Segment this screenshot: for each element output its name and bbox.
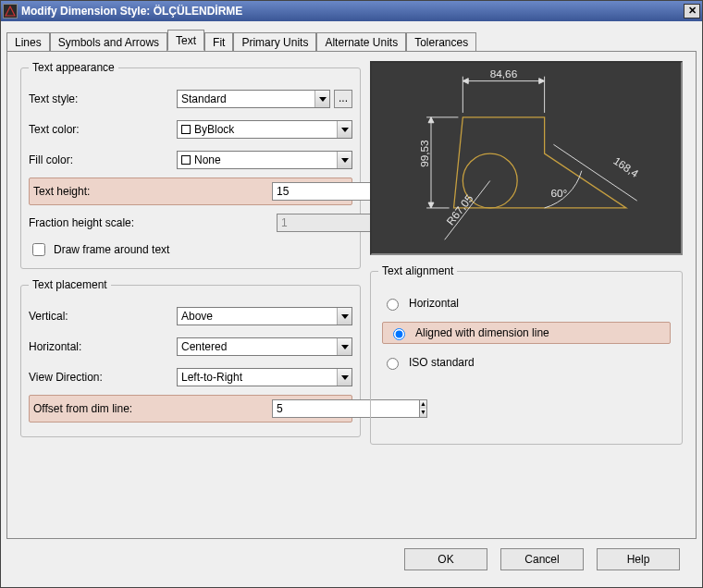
preview-pane: 84,66 99,53 168,4 60° R67,05 xyxy=(370,61,683,255)
cancel-button[interactable]: Cancel xyxy=(500,548,584,570)
tab-tolerances[interactable]: Tolerances xyxy=(406,32,476,52)
text-style-select[interactable]: Standard xyxy=(177,90,330,108)
legend-appearance: Text appearance xyxy=(29,61,118,74)
alignment-iso-option[interactable]: ISO standard xyxy=(382,355,671,370)
view-direction-select[interactable]: Left-to-Right xyxy=(177,368,352,386)
ok-button[interactable]: OK xyxy=(404,548,487,570)
color-swatch-icon xyxy=(181,155,191,165)
preview-dim-radius: R67,05 xyxy=(444,192,475,227)
vertical-select[interactable]: Above xyxy=(177,307,352,325)
alignment-horizontal-radio[interactable] xyxy=(387,299,399,311)
draw-frame-label: Draw frame around text xyxy=(54,243,169,256)
chevron-down-icon xyxy=(337,121,352,138)
tab-primary[interactable]: Primary Units xyxy=(233,32,316,52)
preview-dim-left: 99,53 xyxy=(418,140,430,167)
alignment-horizontal-option[interactable]: Horizontal xyxy=(382,296,671,311)
horizontal-select[interactable]: Centered xyxy=(177,337,352,356)
group-text-alignment: Text alignment Horizontal Aligned with d… xyxy=(370,264,683,445)
tab-fit[interactable]: Fit xyxy=(204,32,233,52)
group-text-placement: Text placement Vertical: Above Horizonta… xyxy=(20,278,361,437)
view-direction-label: View Direction: xyxy=(29,371,177,384)
close-button[interactable]: ✕ xyxy=(684,4,700,18)
horizontal-label: Horizontal: xyxy=(29,340,177,353)
text-color-label: Text color: xyxy=(29,123,177,136)
text-color-select[interactable]: ByBlock xyxy=(177,120,352,139)
color-swatch-icon xyxy=(181,125,191,134)
text-style-label: Text style: xyxy=(29,92,177,105)
titlebar: Modify Dimension Style: ÖLÇÜLENDİRME ✕ xyxy=(1,1,702,21)
offset-spinner[interactable]: ▲▼ xyxy=(272,399,348,418)
window-title: Modify Dimension Style: ÖLÇÜLENDİRME xyxy=(21,5,684,18)
help-button[interactable]: Help xyxy=(597,548,680,570)
fill-color-select[interactable]: None xyxy=(177,151,352,169)
fraction-scale-label: Fraction height scale: xyxy=(29,216,214,229)
chevron-down-icon xyxy=(337,152,352,168)
chevron-down-icon xyxy=(337,338,352,355)
chevron-down-icon xyxy=(314,91,329,107)
text-style-browse-button[interactable]: ... xyxy=(334,90,352,108)
text-height-label: Text height: xyxy=(33,185,181,198)
tab-text[interactable]: Text xyxy=(167,30,204,51)
alignment-aligned-option[interactable]: Aligned with dimension line xyxy=(382,322,671,344)
draw-frame-input[interactable] xyxy=(32,243,45,256)
tab-symbols[interactable]: Symbols and Arrows xyxy=(50,32,167,52)
alignment-iso-radio[interactable] xyxy=(387,358,399,370)
fraction-scale-spinner: ▲▼ xyxy=(277,214,352,232)
offset-label: Offset from dim line: xyxy=(33,402,218,415)
fill-color-label: Fill color: xyxy=(29,153,177,166)
tab-lines[interactable]: Lines xyxy=(6,32,50,52)
app-icon xyxy=(3,4,18,18)
tab-alternate[interactable]: Alternate Units xyxy=(316,32,406,52)
preview-dim-top: 84,66 xyxy=(490,67,518,80)
preview-dim-angle: 60° xyxy=(550,187,567,199)
vertical-label: Vertical: xyxy=(29,310,177,323)
chevron-down-icon xyxy=(337,369,352,386)
alignment-aligned-radio[interactable] xyxy=(393,328,405,340)
preview-dim-diag: 168,4 xyxy=(611,154,641,179)
text-height-spinner[interactable]: ▲▼ xyxy=(272,182,348,201)
draw-frame-checkbox[interactable]: Draw frame around text xyxy=(29,240,352,259)
legend-placement: Text placement xyxy=(29,278,111,291)
tab-bar: Lines Symbols and Arrows Text Fit Primar… xyxy=(6,29,697,51)
chevron-down-icon xyxy=(337,308,352,325)
legend-alignment: Text alignment xyxy=(378,264,457,277)
group-text-appearance: Text appearance Text style: Standard ...… xyxy=(20,61,361,269)
